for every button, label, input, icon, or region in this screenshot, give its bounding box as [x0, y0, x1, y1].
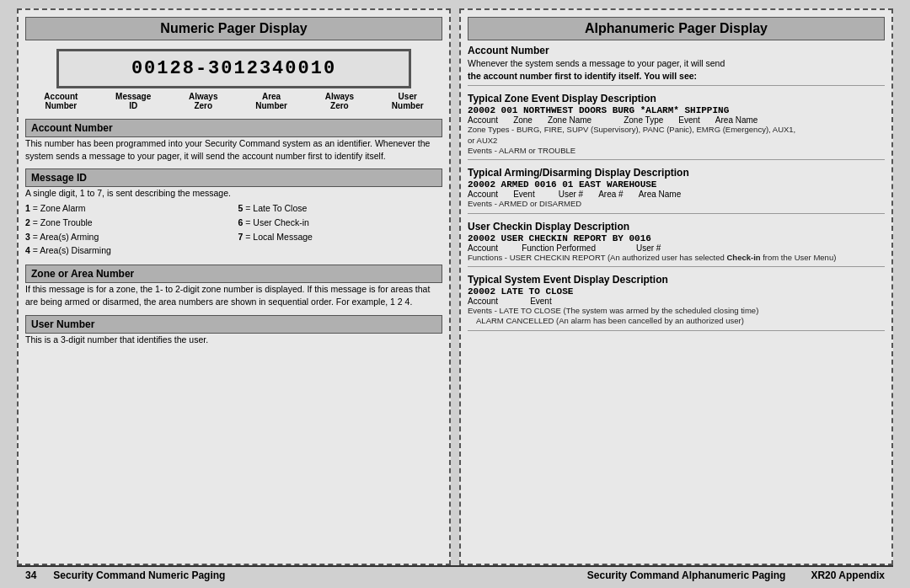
left-panel: Numeric Pager Display 00128-3012340010 A…: [17, 8, 451, 565]
numeric-display-area: 00128-3012340010 Account Number Message …: [25, 45, 442, 114]
message-id-text: A single digit, 1 to 7, is sent describi…: [25, 187, 442, 200]
zone-area-text: If this message is for a zone, the 1- to…: [25, 283, 442, 307]
page-container: Numeric Pager Display 00128-3012340010 A…: [0, 0, 910, 588]
numeric-pager-title: Numeric Pager Display: [25, 17, 442, 40]
display-label-row: Account Number Message ID Always Zero Ar…: [25, 92, 442, 110]
label-always-zero-2: Always Zero: [325, 92, 354, 110]
footer: 34 Security Command Numeric Paging Secur…: [17, 565, 893, 584]
rp-checkin-code: 20002 USER CHECKIN REPORT BY 0016: [468, 233, 885, 243]
rp-zone-note3: Events - ALARM or TROUBLE: [468, 146, 885, 156]
rp-account-text: Whenever the system sends a message to y…: [468, 57, 885, 82]
account-number-text: This number has been programmed into you…: [25, 137, 442, 162]
footer-left-text: Security Command Numeric Paging: [53, 569, 225, 581]
rp-system-event-labels: Account Event: [468, 297, 885, 306]
user-number-text: This is a 3-digit number that identifies…: [25, 334, 442, 346]
rp-system-note1: Events - LATE TO CLOSE (The system was a…: [468, 306, 885, 316]
zone-area-header: Zone or Area Number: [25, 265, 442, 283]
rp-system-event-section: Typical System Event Display Description…: [468, 274, 885, 331]
rp-arming-header: Typical Arming/Disarming Display Descrip…: [468, 167, 885, 179]
label-user: User Number: [392, 92, 424, 110]
rp-zone-event-code: 20002 001 NORTHWEST DOORS BURG *ALARM* S…: [468, 105, 885, 115]
label-account: Account Number: [44, 92, 78, 110]
alphanumeric-pager-title: Alphanumeric Pager Display: [468, 17, 885, 40]
account-number-header: Account Number: [25, 119, 442, 137]
rp-arming-code: 20002 ARMED 0016 01 EAST WAREHOUSE: [468, 179, 885, 190]
rp-checkin-section: User Checkin Display Description 20002 U…: [468, 221, 885, 267]
footer-right-text: Security Command Alphanumeric Paging: [587, 569, 786, 581]
rp-checkin-labels: Account Function Performed User #: [468, 243, 885, 253]
numeric-display-code: 00128-3012340010: [56, 49, 411, 88]
rp-arming-labels: Account Event User # Area # Area Name: [468, 190, 885, 199]
message-id-header: Message ID: [25, 168, 442, 187]
rp-arming-note: Events - ARMED or DISARMED: [468, 199, 885, 209]
msg-col-left: 1 = Zone Alarm 2 = Zone Trouble 3 = Area…: [25, 201, 230, 258]
account-number-section: Account Number This number has been prog…: [25, 119, 442, 162]
rp-zone-event-header: Typical Zone Event Display Description: [468, 93, 885, 104]
page-number: 34: [25, 569, 36, 581]
rp-checkin-header: User Checkin Display Description: [468, 221, 885, 233]
label-area: Area Number: [255, 92, 287, 110]
rp-account-section: Account Number Whenever the system sends…: [468, 45, 885, 86]
main-content: Numeric Pager Display 00128-3012340010 A…: [17, 8, 893, 565]
rp-system-note2: ALARM CANCELLED (An alarm has been cance…: [468, 316, 885, 326]
user-number-header: User Number: [25, 315, 442, 334]
user-number-section: User Number This is a 3-digit number tha…: [25, 315, 442, 346]
footer-right-group: Security Command Alphanumeric Paging XR2…: [587, 569, 885, 581]
message-id-list: 1 = Zone Alarm 2 = Zone Trouble 3 = Area…: [25, 201, 442, 258]
rp-zone-event-labels: Account Zone Zone Name Zone Type Event A…: [468, 115, 885, 125]
rp-system-event-code: 20002 LATE TO CLOSE: [468, 286, 885, 297]
message-id-section: Message ID A single digit, 1 to 7, is se…: [25, 168, 442, 258]
label-always-zero-1: Always Zero: [189, 92, 217, 110]
rp-account-header: Account Number: [468, 45, 885, 56]
rp-zone-note1: Zone Types - BURG, FIRE, SUPV (Superviso…: [468, 125, 885, 135]
rp-checkin-note: Functions - USER CHECKIN REPORT (An auth…: [468, 253, 885, 263]
rp-arming-section: Typical Arming/Disarming Display Descrip…: [468, 167, 885, 213]
rp-system-event-header: Typical System Event Display Description: [468, 274, 885, 286]
msg-col-right: 5 = Late To Close 6 = User Check-in 7 = …: [238, 201, 443, 258]
zone-area-section: Zone or Area Number If this message is f…: [25, 265, 442, 307]
footer-far-right: XR20 Appendix: [811, 569, 885, 581]
footer-left: 34 Security Command Numeric Paging: [25, 569, 225, 581]
rp-zone-event-section: Typical Zone Event Display Description 2…: [468, 93, 885, 160]
right-panel: Alphanumeric Pager Display Account Numbe…: [459, 8, 893, 565]
rp-zone-note2: or AUX2: [468, 136, 885, 146]
label-message: Message ID: [115, 92, 151, 110]
